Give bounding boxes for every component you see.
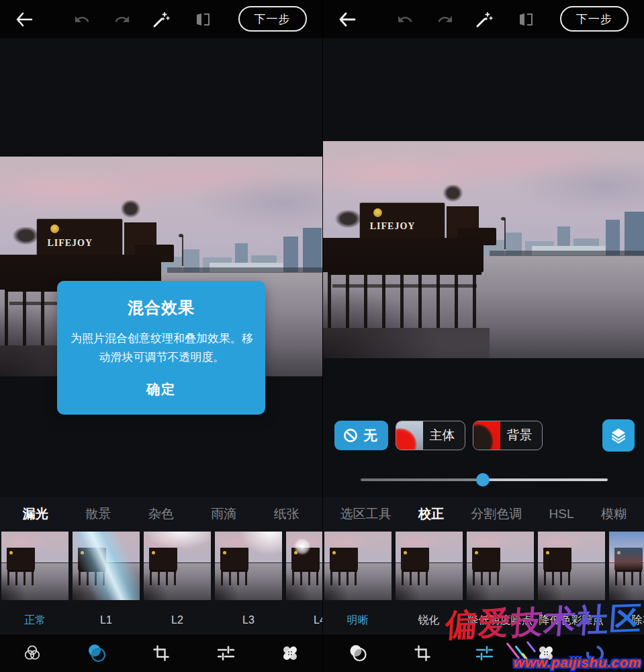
adjust-label-clarity[interactable]: 明晰 — [324, 607, 392, 634]
preset-thumbnail-l4[interactable] — [286, 532, 322, 600]
tab-noise[interactable]: 杂色 — [147, 503, 175, 526]
left-preset-thumbnails — [0, 531, 322, 601]
filters-venn-icon — [22, 643, 42, 663]
compare-button[interactable] — [511, 0, 541, 38]
light-leak-effect — [144, 532, 211, 600]
preset-label-l4[interactable]: L4 — [286, 607, 322, 634]
adjust-thumbnail-clarity[interactable] — [324, 532, 392, 600]
adjust-thumbnail-dehaze[interactable] — [609, 532, 644, 600]
brand-text: LIFEJOY — [47, 238, 93, 249]
adjust-tool-button-active[interactable] — [469, 638, 499, 668]
thumbnail-preview — [467, 532, 534, 600]
crop-tool-button[interactable] — [146, 638, 176, 668]
thumbnail-preview — [286, 532, 322, 600]
tab-light-leak[interactable]: 漏光 — [21, 503, 50, 526]
right-canvas: LIFEJOY 无 — [323, 38, 644, 497]
opacity-slider[interactable] — [361, 472, 608, 487]
adjust-label-dehaze[interactable]: 除雾 — [609, 607, 644, 634]
left-screen: 下一步 — [0, 0, 322, 672]
preset-label-normal[interactable]: 正常 — [1, 607, 68, 634]
sliders-icon — [474, 643, 494, 663]
left-preset-labels: 正常 L1 L2 L3 L4 — [0, 601, 322, 634]
selection-chip-background[interactable]: 背景 — [473, 421, 543, 450]
thumbnail-preview — [609, 532, 644, 600]
adjust-thumbnail-sharpen[interactable] — [396, 532, 463, 600]
preset-thumbnail-l3[interactable] — [215, 532, 282, 600]
background-mask-thumbnail — [473, 421, 500, 450]
adjust-label-luminance-noise[interactable]: 降低明度噪点 — [467, 607, 534, 634]
light-leak-effect — [73, 532, 140, 600]
mini-logo — [546, 551, 549, 554]
adjust-tool-button[interactable] — [211, 638, 240, 668]
left-category-tabs: 漏光 散景 杂色 雨滴 纸张 — [0, 497, 322, 531]
building-tower — [606, 220, 620, 255]
auto-enhance-button[interactable] — [469, 0, 499, 38]
layers-button[interactable] — [602, 419, 635, 452]
tab-corrections[interactable]: 校正 — [417, 503, 445, 526]
blend-circles-icon — [86, 642, 107, 664]
back-button[interactable] — [332, 0, 362, 38]
next-step-button[interactable]: 下一步 — [560, 6, 629, 32]
undo-icon — [74, 11, 90, 28]
undo-button[interactable] — [67, 0, 97, 38]
thumbnail-preview — [1, 532, 68, 600]
redo-button[interactable] — [430, 0, 460, 38]
photo-lamp — [182, 236, 183, 267]
redo-button[interactable] — [107, 0, 137, 38]
tab-paper[interactable]: 纸张 — [273, 503, 301, 526]
adjust-thumbnail-color-noise[interactable] — [538, 532, 605, 600]
tab-blur[interactable]: 模糊 — [600, 503, 628, 526]
blend-circles-icon — [347, 642, 369, 664]
preset-label-l1[interactable]: L1 — [73, 607, 140, 634]
preset-thumbnail-l2[interactable] — [144, 532, 211, 600]
blend-effect-dialog: 混合效果 为照片混合创意纹理和叠加效果。移动滑块可调节不透明度。 确定 — [57, 281, 265, 415]
tab-hsl[interactable]: HSL — [548, 504, 576, 524]
right-top-toolbar: 下一步 — [323, 0, 644, 38]
preset-thumbnail-normal[interactable] — [1, 532, 68, 600]
next-step-button[interactable]: 下一步 — [238, 6, 307, 32]
mini-legs — [402, 570, 428, 585]
tab-selection-tools[interactable]: 选区工具 — [339, 503, 393, 526]
back-button[interactable] — [9, 0, 39, 38]
adjust-thumbnail-luminance-noise[interactable] — [467, 532, 534, 600]
tab-bokeh[interactable]: 散景 — [84, 503, 112, 526]
adjust-label-color-noise[interactable]: 降低色彩噪点 — [538, 607, 605, 634]
sliders-icon — [216, 643, 236, 663]
looks-tool-button[interactable] — [17, 638, 47, 668]
preset-label-l2[interactable]: L2 — [144, 607, 211, 634]
layers-icon — [609, 426, 628, 445]
selection-chip-subject[interactable]: 主体 — [396, 421, 465, 450]
mini-legs — [7, 570, 34, 585]
left-bottom-toolbar — [0, 634, 322, 672]
building-tower — [303, 228, 322, 271]
right-screen: 下一步 — [322, 0, 644, 672]
thumbnail-preview — [215, 532, 282, 600]
adjust-label-sharpen[interactable]: 锐化 — [396, 607, 463, 634]
selection-chip-none[interactable]: 无 — [334, 421, 388, 450]
auto-enhance-button[interactable] — [146, 0, 176, 38]
compare-button[interactable] — [188, 0, 218, 38]
back-arrow-icon — [15, 12, 33, 27]
blend-tool-button[interactable] — [343, 638, 373, 668]
photo-pier-brace — [332, 284, 477, 288]
crop-icon — [413, 644, 432, 663]
before-after-compare-icon — [194, 11, 212, 28]
mini-logo — [9, 551, 13, 554]
slider-thumb[interactable] — [476, 473, 490, 487]
right-adjustment-thumbnails — [323, 531, 644, 601]
photo-lamp — [504, 219, 506, 249]
tab-raindrops[interactable]: 雨滴 — [210, 503, 238, 526]
tab-split-tone[interactable]: 分割色调 — [469, 503, 523, 526]
blend-tool-button-active[interactable] — [82, 638, 111, 668]
undo-button[interactable] — [390, 0, 420, 38]
photo-canvas[interactable]: LIFEJOY — [323, 141, 644, 358]
thumbnail-preview — [396, 532, 463, 600]
right-category-tabs: 选区工具 校正 分割色调 HSL 模糊 — [323, 497, 644, 531]
thumbnail-preview — [73, 532, 140, 600]
preset-thumbnail-l1[interactable] — [73, 532, 140, 600]
preset-label-l3[interactable]: L3 — [215, 607, 282, 634]
heal-tool-button[interactable] — [531, 638, 561, 668]
crop-tool-button[interactable] — [408, 638, 437, 668]
heal-tool-button[interactable] — [275, 638, 305, 668]
dialog-ok-button[interactable]: 确定 — [134, 376, 188, 403]
